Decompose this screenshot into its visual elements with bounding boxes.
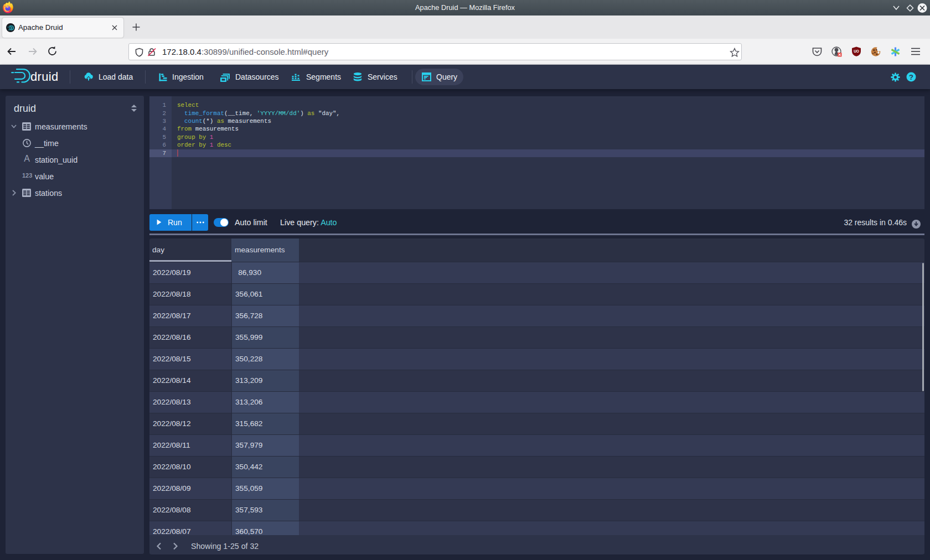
svg-text:?: ?	[909, 73, 913, 81]
svg-text:UO: UO	[854, 49, 859, 53]
